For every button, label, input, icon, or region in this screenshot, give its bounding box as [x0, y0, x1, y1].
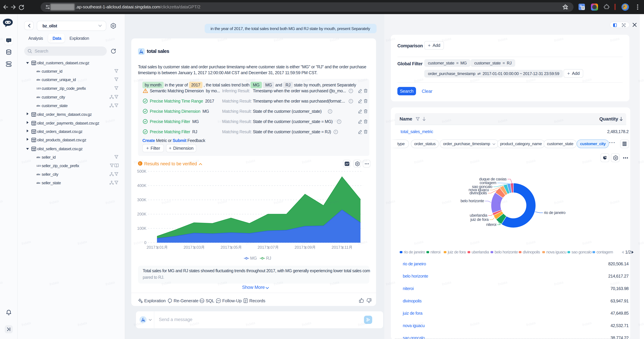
- svg-text:juiz de fora: juiz de fora: [470, 217, 489, 222]
- svg-text:200K: 200K: [137, 212, 146, 216]
- svg-text:100K: 100K: [137, 226, 146, 230]
- svg-text:rio de janeiro: rio de janeiro: [544, 210, 566, 215]
- svg-text:300K: 300K: [137, 198, 146, 202]
- svg-text:400K: 400K: [137, 183, 146, 188]
- svg-text:SQL: SQL: [200, 300, 204, 302]
- svg-text:divinopolis: divinopolis: [470, 191, 487, 195]
- svg-text:0: 0: [144, 240, 146, 245]
- svg-text:uberlandia: uberlandia: [470, 213, 488, 218]
- svg-text:500K: 500K: [137, 169, 146, 174]
- svg-text:belo horizonte: belo horizonte: [460, 198, 484, 203]
- svg-text:niteroi: niteroi: [486, 222, 496, 227]
